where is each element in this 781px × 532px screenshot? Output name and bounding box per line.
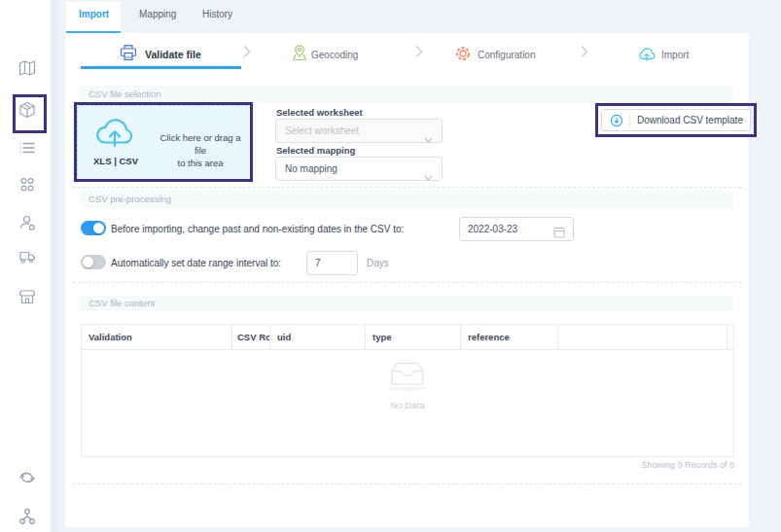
step-import[interactable]: Import bbox=[661, 50, 689, 60]
empty-box-icon bbox=[386, 359, 429, 392]
column-header-type: type bbox=[366, 325, 461, 349]
column-header-reference: reference bbox=[461, 325, 558, 349]
date-toggle[interactable] bbox=[81, 221, 106, 235]
column-header-spacer bbox=[558, 325, 728, 349]
map-icon[interactable] bbox=[18, 59, 36, 77]
package-icon[interactable] bbox=[18, 101, 36, 119]
sync-icon[interactable] bbox=[18, 469, 36, 486]
configuration-icon bbox=[454, 45, 472, 66]
svg-text:csv: csv bbox=[125, 54, 133, 59]
column-header-validation: Validation bbox=[82, 325, 232, 349]
step-configuration[interactable]: Configuration bbox=[478, 50, 535, 60]
csv-content-table: Validation CSV Row uid type reference No… bbox=[81, 324, 734, 457]
empty-state: No Data bbox=[82, 359, 733, 410]
section-title-pre-processing: CSV pre-processing bbox=[81, 191, 733, 208]
tab-history[interactable]: History bbox=[202, 9, 232, 19]
step-validate-file[interactable]: Validate file bbox=[145, 49, 201, 60]
records-count-text: Showing 0 Records of 0 bbox=[641, 460, 734, 470]
workflow-icon[interactable] bbox=[18, 176, 36, 194]
store-icon[interactable] bbox=[18, 288, 36, 305]
left-sidebar bbox=[0, 0, 51, 532]
empty-state-text: No Data bbox=[82, 400, 733, 410]
upload-cloud-icon bbox=[93, 116, 136, 157]
sidebar-divider bbox=[51, 0, 65, 532]
section-separator bbox=[73, 187, 741, 188]
interval-input[interactable]: 7 bbox=[306, 251, 358, 275]
mapping-select[interactable]: No mapping bbox=[275, 157, 443, 181]
section-title-file-selection: CSV file selection bbox=[81, 86, 733, 103]
chevron-down-icon bbox=[424, 128, 433, 151]
column-header-scroll-sliver bbox=[728, 325, 735, 349]
step-active-underline bbox=[81, 66, 241, 69]
section-separator bbox=[73, 483, 741, 484]
table-header-row: Validation CSV Row uid type reference bbox=[82, 325, 733, 350]
app-screen: Import Mapping History csv Validate file… bbox=[0, 0, 781, 532]
mapping-label: Selected mapping bbox=[276, 145, 355, 156]
button-divider bbox=[629, 114, 630, 126]
chevron-right-icon bbox=[581, 45, 588, 58]
calendar-icon bbox=[553, 224, 565, 246]
column-header-uid: uid bbox=[270, 325, 366, 349]
list-icon[interactable] bbox=[18, 139, 36, 157]
interval-toggle[interactable] bbox=[81, 255, 106, 269]
geocoding-icon bbox=[291, 44, 308, 66]
section-separator bbox=[73, 282, 741, 283]
chevron-right-icon bbox=[243, 45, 251, 58]
import-step-icon bbox=[637, 46, 657, 66]
date-toggle-label: Before importing, change past and non-ex… bbox=[111, 224, 404, 234]
worksheet-label: Selected worksheet bbox=[276, 107, 363, 118]
download-icon bbox=[610, 114, 623, 127]
step-geocoding[interactable]: Geocoding bbox=[311, 50, 358, 60]
hierarchy-icon[interactable] bbox=[18, 508, 36, 525]
chevron-right-icon bbox=[415, 45, 423, 58]
validate-file-icon: csv bbox=[119, 44, 138, 66]
tab-mapping[interactable]: Mapping bbox=[139, 9, 176, 19]
tab-import[interactable]: Import bbox=[79, 9, 109, 19]
interval-toggle-label: Automatically set date range interval to… bbox=[111, 258, 281, 268]
download-csv-template-button[interactable]: Download CSV template bbox=[601, 109, 751, 131]
user-settings-icon[interactable] bbox=[18, 214, 36, 231]
column-header-csv-row: CSV Row bbox=[232, 325, 270, 349]
chevron-down-icon bbox=[424, 166, 433, 189]
section-title-file-content: CSV file content bbox=[81, 295, 733, 312]
date-input[interactable]: 2022-03-23 bbox=[459, 217, 574, 241]
file-upload-dropzone[interactable]: XLS | CSV Click here or drag a file to t… bbox=[77, 105, 252, 181]
truck-icon[interactable] bbox=[18, 248, 36, 266]
upload-hint-text: Click here or drag a file to this area bbox=[154, 131, 247, 169]
import-panel: csv Validate file Geocoding Configuratio… bbox=[65, 33, 749, 527]
upload-formats-label: XLS | CSV bbox=[88, 156, 144, 166]
interval-unit-label: Days bbox=[367, 258, 389, 268]
worksheet-select[interactable]: Select worksheet bbox=[275, 119, 443, 143]
